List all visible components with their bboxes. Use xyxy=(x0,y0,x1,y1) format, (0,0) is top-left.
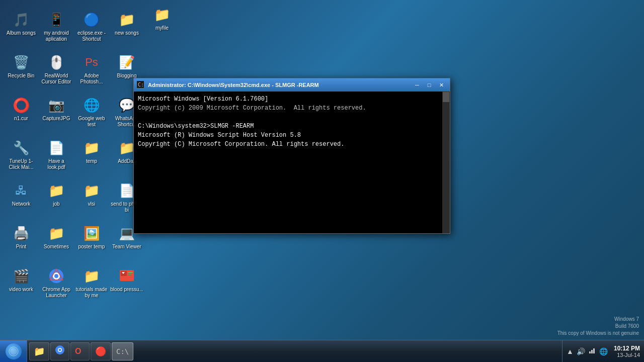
taskbar-opera-button[interactable]: O xyxy=(70,342,90,360)
win-notice-line2: Build 7600 xyxy=(557,323,639,330)
album-songs-icon: 🎵 xyxy=(12,11,30,29)
icon-google-web[interactable]: 🌐 Google web test xyxy=(74,94,109,134)
recycle-bin-icon: 🗑️ xyxy=(12,53,30,71)
icon-video-work[interactable]: 🎬 video work xyxy=(4,265,39,305)
tray-speaker-icon[interactable]: 🔊 xyxy=(577,347,585,355)
cmd-line-5: Microsoft (R) Windows Script Host Versio… xyxy=(138,131,446,140)
icon-recycle-bin[interactable]: 🗑️ Recycle Bin xyxy=(4,51,39,92)
tuneup-icon: 🔧 xyxy=(12,139,30,157)
n1-cur-icon: ⭕ xyxy=(12,96,30,114)
eclipse-icon: 🔵 xyxy=(83,11,101,29)
have-a-look-icon: 📄 xyxy=(47,139,65,157)
icon-print[interactable]: 🖨️ Print xyxy=(4,222,39,262)
chrome-app-launcher-icon xyxy=(47,267,65,285)
video-work-icon: 🎬 xyxy=(12,267,30,285)
cmd-line-6: Copyright (C) Microsoft Corporation. All… xyxy=(138,140,446,149)
start-button[interactable] xyxy=(0,340,27,363)
svg-rect-7 xyxy=(128,274,131,275)
svg-point-2 xyxy=(54,274,58,278)
taskbar-chrome-button[interactable] xyxy=(50,342,69,360)
network-icon: 🖧 xyxy=(12,182,30,200)
start-orb-icon xyxy=(6,343,22,359)
icon-job[interactable]: 📁 job xyxy=(39,179,74,220)
win-notice-line1: Windows 7 xyxy=(557,316,639,323)
cmd-maximize-button[interactable]: □ xyxy=(424,80,435,89)
svg-rect-6 xyxy=(128,272,133,273)
cmd-scrollbar[interactable] xyxy=(442,92,450,233)
cmd-window[interactable]: C:\ Administrator: C:\Windows\System32\c… xyxy=(133,78,450,234)
icon-new-songs[interactable]: 📁 new songs xyxy=(109,9,144,49)
svg-point-13 xyxy=(59,349,61,351)
icon-chrome-app-launcher[interactable]: Chrome App Launcher xyxy=(39,265,74,305)
poster-temp-icon: 🖼️ xyxy=(83,224,101,242)
blood-pressure-icon xyxy=(118,267,136,285)
cmd-title-text: Administrator: C:\Windows\System32\cmd.e… xyxy=(148,82,412,88)
icon-adobe[interactable]: Ps Adobe Photosh... xyxy=(74,51,109,92)
tray-network-globe-icon[interactable]: 🌐 xyxy=(599,347,608,355)
tray-arrow-icon[interactable]: ▲ xyxy=(567,347,574,355)
cmd-taskbar-icon: C:\ xyxy=(116,347,129,355)
tutorials-icon: 📁 xyxy=(83,267,101,285)
cmd-line-3 xyxy=(138,113,446,122)
sometimes-icon: 📁 xyxy=(47,224,65,242)
icon-tutorials-made-by-me[interactable]: 📁 tutorials made by me xyxy=(74,265,109,305)
tray-time-text: 10:12 PM xyxy=(614,345,640,352)
taskbar-tray: ▲ 🔊 🌐 10:12 PM 13-Jul-14 xyxy=(562,340,644,362)
adobe-icon: Ps xyxy=(83,53,101,71)
icon-myfile-top[interactable]: 📁 myfile xyxy=(144,4,180,44)
icon-tuneup[interactable]: 🔧 TuneUp 1-Click Mai... xyxy=(4,137,39,177)
taskbar-red-app-button[interactable]: 🔴 xyxy=(91,342,111,360)
svg-rect-16 xyxy=(593,348,595,353)
icon-my-android[interactable]: 📱 my android aplication xyxy=(39,9,74,49)
taskbar-cmd-button[interactable]: C:\ xyxy=(112,342,133,360)
tray-date-text: 13-Jul-14 xyxy=(617,352,640,358)
cmd-content-area: Microsoft Windows [Version 6.1.7600] Cop… xyxy=(134,92,450,233)
cmd-close-button[interactable]: ✕ xyxy=(436,80,447,89)
cmd-titlebar: C:\ Administrator: C:\Windows\System32\c… xyxy=(134,78,450,92)
cmd-title-icon: C:\ xyxy=(137,81,145,89)
icon-sometimes[interactable]: 📁 Sometimes xyxy=(39,222,74,262)
cmd-line-1: Microsoft Windows [Version 6.1.7600] xyxy=(138,95,446,104)
cmd-line-4: C:\Windows\system32>SLMGR -REARM xyxy=(138,122,446,131)
icon-blood-pressure[interactable]: blood pressu... xyxy=(109,265,144,305)
windows-notice: Windows 7 Build 7600 This copy of Window… xyxy=(557,316,639,337)
icon-album-songs[interactable]: 🎵 Album songs xyxy=(4,9,39,49)
capture-jpg-icon: 📷 xyxy=(47,96,65,114)
icon-temp[interactable]: 📁 temp xyxy=(74,137,109,177)
google-web-icon: 🌐 xyxy=(83,96,101,114)
tray-network-icon[interactable] xyxy=(588,346,596,356)
vlsi-icon: 📁 xyxy=(83,182,101,200)
icon-poster-temp[interactable]: 🖼️ poster temp xyxy=(74,222,109,262)
svg-rect-4 xyxy=(121,271,127,276)
icon-vlsi[interactable]: 📁 vlsi xyxy=(74,179,109,220)
desktop-icons-area: 🎵 Album songs 📱 my android aplication 🔵 … xyxy=(0,5,141,327)
cmd-window-controls: ─ □ ✕ xyxy=(412,80,447,89)
icon-have-a-look[interactable]: 📄 Have a look.pdf xyxy=(39,137,74,177)
opera-icon: O xyxy=(75,347,81,356)
svg-rect-15 xyxy=(591,350,593,353)
icon-network[interactable]: 🖧 Network xyxy=(4,179,39,220)
red-app-icon: 🔴 xyxy=(95,346,106,357)
cmd-minimize-button[interactable]: ─ xyxy=(412,80,423,89)
taskbar-explorer-button[interactable]: 📁 xyxy=(29,342,49,360)
explorer-icon: 📁 xyxy=(34,346,45,357)
realworld-icon: 🖱️ xyxy=(47,53,65,71)
icon-n1-cur[interactable]: ⭕ n1.cur xyxy=(4,94,39,134)
my-android-icon: 📱 xyxy=(47,11,65,29)
myfile-top-icon: 📁 xyxy=(153,6,171,24)
tray-clock[interactable]: 10:12 PM 13-Jul-14 xyxy=(614,345,640,358)
icon-realworld[interactable]: 🖱️ RealWorld Cursor Editor xyxy=(39,51,74,92)
icon-capture-jpg[interactable]: 📷 CaptureJPG xyxy=(39,94,74,134)
taskbar-items: 📁 O 🔴 C:\ xyxy=(27,340,562,362)
cmd-line-2: Copyright (c) 2009 Microsoft Corporation… xyxy=(138,104,446,113)
svg-text:C:\: C:\ xyxy=(138,82,144,87)
cmd-scrollbar-thumb[interactable] xyxy=(443,92,449,102)
blogging-icon: 📝 xyxy=(118,53,136,71)
job-icon: 📁 xyxy=(47,182,65,200)
svg-rect-14 xyxy=(589,351,591,353)
chrome-icon xyxy=(55,345,65,357)
icon-eclipse[interactable]: 🔵 eclipse.exe - Shortcut xyxy=(74,9,109,49)
temp-icon: 📁 xyxy=(83,139,101,157)
win-notice-line3: This copy of Windows is not genuine xyxy=(557,330,639,337)
print-icon: 🖨️ xyxy=(12,224,30,242)
